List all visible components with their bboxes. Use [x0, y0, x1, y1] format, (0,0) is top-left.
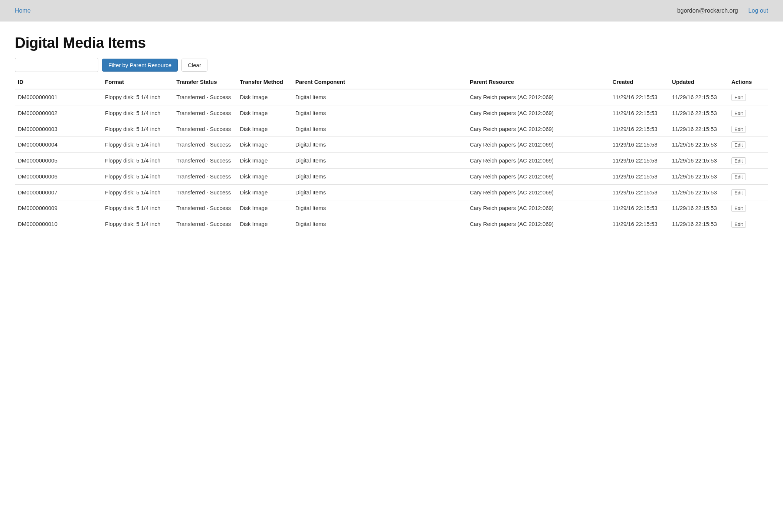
navbar: Home bgordon@rockarch.org Log out: [0, 0, 783, 22]
cell-parent-resource: Cary Reich papers (AC 2012:069): [467, 105, 610, 121]
cell-transfer-method: Disk Image: [237, 184, 292, 200]
cell-id: DM0000000001: [15, 89, 102, 105]
cell-transfer-method: Disk Image: [237, 137, 292, 153]
cell-id: DM0000000005: [15, 153, 102, 169]
cell-actions: Edit: [728, 137, 768, 153]
cell-transfer-status: Transferred - Success: [173, 89, 237, 105]
cell-parent-resource: Cary Reich papers (AC 2012:069): [467, 121, 610, 137]
cell-id: DM0000000006: [15, 168, 102, 184]
cell-created: 11/29/16 22:15:53: [610, 89, 669, 105]
cell-format: Floppy disk: 5 1/4 inch: [102, 89, 173, 105]
cell-parent-resource: Cary Reich papers (AC 2012:069): [467, 137, 610, 153]
cell-parent-resource: Cary Reich papers (AC 2012:069): [467, 184, 610, 200]
cell-transfer-status: Transferred - Success: [173, 153, 237, 169]
edit-button[interactable]: Edit: [731, 141, 746, 148]
home-link[interactable]: Home: [15, 7, 31, 14]
col-header-updated[interactable]: Updated: [669, 75, 728, 89]
cell-actions: Edit: [728, 184, 768, 200]
cell-parent-resource: Cary Reich papers (AC 2012:069): [467, 168, 610, 184]
cell-transfer-method: Disk Image: [237, 153, 292, 169]
cell-transfer-status: Transferred - Success: [173, 184, 237, 200]
cell-actions: Edit: [728, 200, 768, 216]
cell-transfer-status: Transferred - Success: [173, 105, 237, 121]
col-header-parent-resource[interactable]: Parent Resource: [467, 75, 610, 89]
cell-parent-component: Digital Items: [292, 105, 467, 121]
cell-parent-component: Digital Items: [292, 153, 467, 169]
edit-button[interactable]: Edit: [731, 157, 746, 164]
cell-parent-component: Digital Items: [292, 216, 467, 232]
col-header-created[interactable]: Created: [610, 75, 669, 89]
table-row: DM0000000005Floppy disk: 5 1/4 inchTrans…: [15, 153, 768, 169]
cell-id: DM0000000004: [15, 137, 102, 153]
cell-created: 11/29/16 22:15:53: [610, 153, 669, 169]
cell-actions: Edit: [728, 168, 768, 184]
table-row: DM0000000004Floppy disk: 5 1/4 inchTrans…: [15, 137, 768, 153]
cell-format: Floppy disk: 5 1/4 inch: [102, 153, 173, 169]
cell-parent-component: Digital Items: [292, 137, 467, 153]
page-title: Digital Media Items: [15, 35, 768, 51]
cell-parent-component: Digital Items: [292, 89, 467, 105]
cell-transfer-status: Transferred - Success: [173, 121, 237, 137]
cell-actions: Edit: [728, 153, 768, 169]
cell-format: Floppy disk: 5 1/4 inch: [102, 105, 173, 121]
cell-parent-resource: Cary Reich papers (AC 2012:069): [467, 89, 610, 105]
cell-updated: 11/29/16 22:15:53: [669, 137, 728, 153]
cell-format: Floppy disk: 5 1/4 inch: [102, 137, 173, 153]
cell-id: DM0000000003: [15, 121, 102, 137]
col-header-id[interactable]: ID: [15, 75, 102, 89]
cell-actions: Edit: [728, 105, 768, 121]
cell-transfer-method: Disk Image: [237, 168, 292, 184]
cell-transfer-method: Disk Image: [237, 216, 292, 232]
cell-created: 11/29/16 22:15:53: [610, 105, 669, 121]
col-header-format[interactable]: Format: [102, 75, 173, 89]
cell-format: Floppy disk: 5 1/4 inch: [102, 200, 173, 216]
cell-updated: 11/29/16 22:15:53: [669, 105, 728, 121]
table-row: DM0000000006Floppy disk: 5 1/4 inchTrans…: [15, 168, 768, 184]
cell-updated: 11/29/16 22:15:53: [669, 216, 728, 232]
cell-created: 11/29/16 22:15:53: [610, 137, 669, 153]
cell-updated: 11/29/16 22:15:53: [669, 89, 728, 105]
cell-actions: Edit: [728, 121, 768, 137]
digital-media-table: ID Format Transfer Status Transfer Metho…: [15, 75, 768, 232]
table-row: DM0000000002Floppy disk: 5 1/4 inchTrans…: [15, 105, 768, 121]
cell-updated: 11/29/16 22:15:53: [669, 200, 728, 216]
cell-parent-component: Digital Items: [292, 200, 467, 216]
table-header-row: ID Format Transfer Status Transfer Metho…: [15, 75, 768, 89]
cell-updated: 11/29/16 22:15:53: [669, 168, 728, 184]
cell-id: DM0000000002: [15, 105, 102, 121]
cell-parent-resource: Cary Reich papers (AC 2012:069): [467, 153, 610, 169]
cell-parent-component: Digital Items: [292, 121, 467, 137]
cell-created: 11/29/16 22:15:53: [610, 216, 669, 232]
cell-id: DM0000000010: [15, 216, 102, 232]
cell-actions: Edit: [728, 216, 768, 232]
edit-button[interactable]: Edit: [731, 110, 746, 117]
col-header-transfer-method[interactable]: Transfer Method: [237, 75, 292, 89]
cell-parent-component: Digital Items: [292, 168, 467, 184]
cell-updated: 11/29/16 22:15:53: [669, 121, 728, 137]
edit-button[interactable]: Edit: [731, 205, 746, 212]
cell-transfer-method: Disk Image: [237, 200, 292, 216]
cell-transfer-method: Disk Image: [237, 89, 292, 105]
cell-id: DM0000000009: [15, 200, 102, 216]
cell-parent-resource: Cary Reich papers (AC 2012:069): [467, 200, 610, 216]
parent-resource-filter-input[interactable]: [15, 58, 98, 72]
edit-button[interactable]: Edit: [731, 94, 746, 101]
logout-link[interactable]: Log out: [748, 7, 768, 14]
cell-updated: 11/29/16 22:15:53: [669, 184, 728, 200]
edit-button[interactable]: Edit: [731, 126, 746, 133]
col-header-transfer-status[interactable]: Transfer Status: [173, 75, 237, 89]
cell-transfer-method: Disk Image: [237, 121, 292, 137]
clear-button[interactable]: Clear: [181, 59, 207, 72]
cell-actions: Edit: [728, 89, 768, 105]
main-container: Digital Media Items Filter by Parent Res…: [0, 22, 783, 232]
user-email: bgordon@rockarch.org: [677, 7, 738, 14]
cell-transfer-status: Transferred - Success: [173, 168, 237, 184]
filter-button[interactable]: Filter by Parent Resource: [102, 59, 178, 72]
col-header-parent-component[interactable]: Parent Component: [292, 75, 467, 89]
edit-button[interactable]: Edit: [731, 221, 746, 228]
table-row: DM0000000010Floppy disk: 5 1/4 inchTrans…: [15, 216, 768, 232]
table-row: DM0000000009Floppy disk: 5 1/4 inchTrans…: [15, 200, 768, 216]
edit-button[interactable]: Edit: [731, 189, 746, 196]
cell-updated: 11/29/16 22:15:53: [669, 153, 728, 169]
edit-button[interactable]: Edit: [731, 173, 746, 180]
